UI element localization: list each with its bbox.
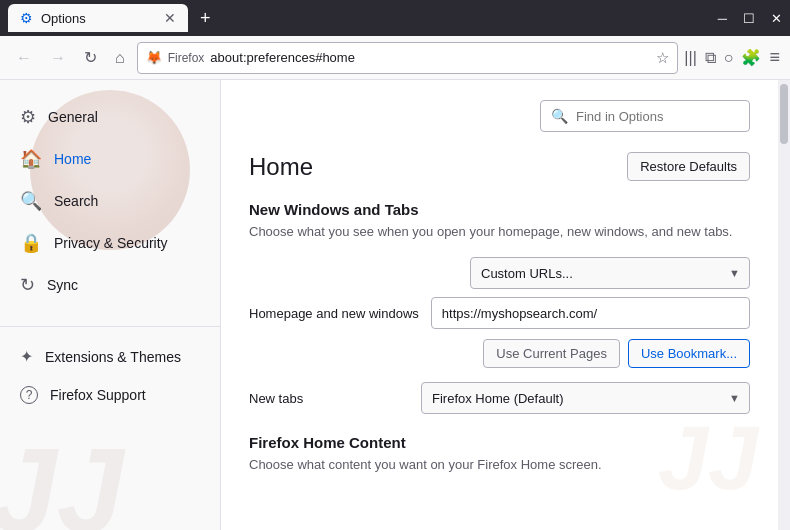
new-windows-tabs-section: New Windows and Tabs Choose what you see… — [249, 201, 750, 414]
section2-title: Firefox Home Content — [249, 434, 750, 451]
menu-button[interactable]: ≡ — [769, 47, 780, 68]
sync-icon: ↻ — [20, 274, 35, 296]
browser-icon: 🦊 — [146, 50, 162, 65]
extensions-themes-icon: ✦ — [20, 347, 33, 366]
title-bar: ⚙ Options ✕ + ─ ☐ ✕ — [0, 0, 790, 36]
sidebar-label-search: Search — [54, 193, 98, 209]
content-area: 🔍 Home Restore Defaults New Windows and … — [220, 80, 778, 530]
new-tabs-dropdown[interactable]: Firefox Home (Default) — [421, 382, 750, 414]
new-tab-button[interactable]: + — [200, 8, 211, 29]
sidebar-item-general[interactable]: ⚙ General — [0, 96, 220, 138]
tab-title: Options — [41, 11, 148, 26]
address-brand: Firefox — [168, 51, 205, 65]
home-button[interactable]: ⌂ — [109, 45, 131, 71]
section1-title: New Windows and Tabs — [249, 201, 750, 218]
find-options-input-wrap[interactable]: 🔍 — [540, 100, 750, 132]
browser-tab[interactable]: ⚙ Options ✕ — [8, 4, 188, 32]
page-title: Home — [249, 153, 313, 181]
homepage-type-dropdown[interactable]: Custom URLs... — [470, 257, 750, 289]
sidebar-item-extensions[interactable]: ✦ Extensions & Themes — [0, 337, 220, 376]
lock-icon: 🔒 — [20, 232, 42, 254]
scrollbar-track[interactable] — [778, 80, 790, 530]
window-controls: ─ ☐ ✕ — [718, 11, 782, 26]
nav-right-controls: ||| ⧉ ○ 🧩 ≡ — [684, 47, 780, 68]
scrollbar-thumb[interactable] — [780, 84, 788, 144]
bookmark-star-icon[interactable]: ☆ — [656, 49, 669, 67]
sidebar-label-home: Home — [54, 151, 91, 167]
homepage-url-row: Homepage and new windows — [249, 297, 750, 329]
section2-desc: Choose what content you want on your Fir… — [249, 457, 750, 472]
sidebar-label-general: General — [48, 109, 98, 125]
nav-bar: ← → ↻ ⌂ 🦊 Firefox about:preferences#home… — [0, 36, 790, 80]
find-options-input[interactable] — [576, 109, 739, 124]
sidebar-label-sync: Sync — [47, 277, 78, 293]
support-icon: ? — [20, 386, 38, 404]
new-tabs-label: New tabs — [249, 391, 409, 406]
find-search-icon: 🔍 — [551, 108, 568, 124]
find-options-bar: 🔍 — [249, 100, 750, 132]
sidebar-item-search[interactable]: 🔍 Search — [0, 180, 220, 222]
use-bookmark-button[interactable]: Use Bookmark... — [628, 339, 750, 368]
extensions-icon[interactable]: 🧩 — [741, 48, 761, 67]
homepage-type-dropdown-wrap: Custom URLs... ▼ — [470, 257, 750, 289]
homepage-dropdown-row: Custom URLs... ▼ — [249, 257, 750, 289]
use-current-pages-button[interactable]: Use Current Pages — [483, 339, 620, 368]
home-icon: 🏠 — [20, 148, 42, 170]
homepage-url-input[interactable] — [431, 297, 750, 329]
forward-button[interactable]: → — [44, 45, 72, 71]
homepage-type-value: Custom URLs... — [481, 266, 573, 281]
sidebar: ⚙ General 🏠 Home 🔍 Search 🔒 Privacy & Se… — [0, 80, 220, 530]
sidebar-item-sync[interactable]: ↻ Sync — [0, 264, 220, 306]
homepage-label: Homepage and new windows — [249, 306, 419, 321]
homepage-buttons-row: Use Current Pages Use Bookmark... — [249, 339, 750, 368]
tabs-icon[interactable]: ⧉ — [705, 49, 716, 67]
account-icon[interactable]: ○ — [724, 49, 734, 67]
tab-icon: ⚙ — [20, 10, 33, 26]
sidebar-label-extensions: Extensions & Themes — [45, 349, 181, 365]
general-icon: ⚙ — [20, 106, 36, 128]
close-window-button[interactable]: ✕ — [771, 11, 782, 26]
section1-desc: Choose what you see when you open your h… — [249, 224, 750, 239]
sidebar-item-privacy[interactable]: 🔒 Privacy & Security — [0, 222, 220, 264]
sidebar-watermark: JJ — [0, 430, 123, 530]
page-header: Home Restore Defaults — [249, 152, 750, 181]
minimize-button[interactable]: ─ — [718, 11, 727, 26]
maximize-button[interactable]: ☐ — [743, 11, 755, 26]
new-tabs-dropdown-wrap: Firefox Home (Default) ▼ — [421, 382, 750, 414]
firefox-home-content-section: Firefox Home Content Choose what content… — [249, 434, 750, 472]
sidebar-item-home[interactable]: 🏠 Home — [0, 138, 220, 180]
address-bar[interactable]: 🦊 Firefox about:preferences#home ☆ — [137, 42, 679, 74]
main-layout: ⚙ General 🏠 Home 🔍 Search 🔒 Privacy & Se… — [0, 80, 790, 530]
tab-close-button[interactable]: ✕ — [164, 10, 176, 26]
sidebar-label-support: Firefox Support — [50, 387, 146, 403]
reload-button[interactable]: ↻ — [78, 44, 103, 71]
sidebar-item-support[interactable]: ? Firefox Support — [0, 376, 220, 414]
collections-icon[interactable]: ||| — [684, 49, 696, 67]
new-tabs-row: New tabs Firefox Home (Default) ▼ — [249, 382, 750, 414]
address-url: about:preferences#home — [210, 50, 650, 65]
sidebar-bottom-section: ✦ Extensions & Themes ? Firefox Support — [0, 326, 220, 414]
restore-defaults-button[interactable]: Restore Defaults — [627, 152, 750, 181]
search-icon: 🔍 — [20, 190, 42, 212]
back-button[interactable]: ← — [10, 45, 38, 71]
sidebar-label-privacy: Privacy & Security — [54, 235, 168, 251]
